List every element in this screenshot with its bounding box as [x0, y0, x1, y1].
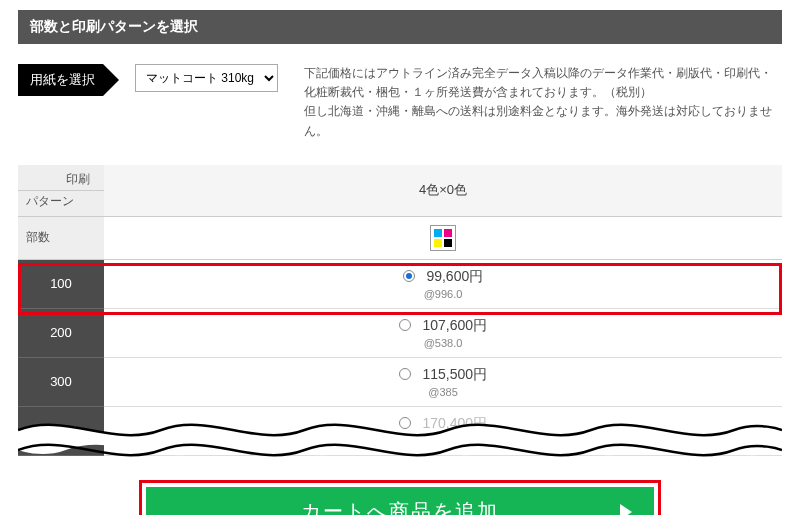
cmyk-icon [430, 225, 456, 251]
table-row[interactable]: 300 115,500円 @385 [18, 357, 782, 406]
price-cell[interactable]: 170,400円 @170.4 [104, 406, 782, 455]
qty-cell: 200 [18, 308, 104, 357]
qty-cell: 100 [18, 259, 104, 308]
price-cell[interactable]: 107,600円 @538.0 [104, 308, 782, 357]
paper-select[interactable]: マットコート 310kg [135, 64, 278, 92]
price-radio[interactable] [399, 368, 411, 380]
paper-select-label: 用紙を選択 [18, 64, 103, 96]
pricing-note: 下記価格にはアウトライン済み完全データ入稿以降のデータ作業代・刷版代・印刷代・ … [304, 64, 782, 141]
price-main: 99,600円 [426, 268, 483, 284]
price-main: 170,400円 [423, 415, 488, 431]
table-row[interactable]: 200 107,600円 @538.0 [18, 308, 782, 357]
price-unit: @996.0 [104, 288, 782, 300]
section-title: 部数と印刷パターンを選択 [18, 10, 782, 44]
cmyk-icon-cell [104, 216, 782, 259]
price-unit: @385 [104, 386, 782, 398]
qty-cell: 300 [18, 357, 104, 406]
play-icon [620, 504, 632, 515]
price-radio[interactable] [403, 270, 415, 282]
add-to-cart-button[interactable]: カートへ商品を追加 [146, 487, 654, 515]
table-row[interactable]: 1,000 170,400円 @170.4 [18, 406, 782, 455]
price-table: 印刷 4色×0色 パターン 部数 100 99,600円 @996.0 [18, 165, 782, 456]
price-unit: @538.0 [104, 337, 782, 349]
price-main: 115,500円 [423, 366, 488, 382]
table-row[interactable]: 100 99,600円 @996.0 [18, 259, 782, 308]
price-unit: @170.4 [104, 435, 782, 447]
header-pattern-bot: パターン [18, 190, 104, 216]
price-cell[interactable]: 99,600円 @996.0 [104, 259, 782, 308]
header-qty: 部数 [18, 216, 104, 259]
add-to-cart-label: カートへ商品を追加 [301, 500, 499, 515]
header-column: 4色×0色 [104, 165, 782, 217]
qty-cell: 1,000 [18, 406, 104, 455]
price-main: 107,600円 [423, 317, 488, 333]
price-cell[interactable]: 115,500円 @385 [104, 357, 782, 406]
add-to-cart-highlight: カートへ商品を追加 [139, 480, 661, 515]
price-radio[interactable] [399, 319, 411, 331]
price-radio[interactable] [399, 417, 411, 429]
header-pattern-top: 印刷 [18, 165, 104, 191]
